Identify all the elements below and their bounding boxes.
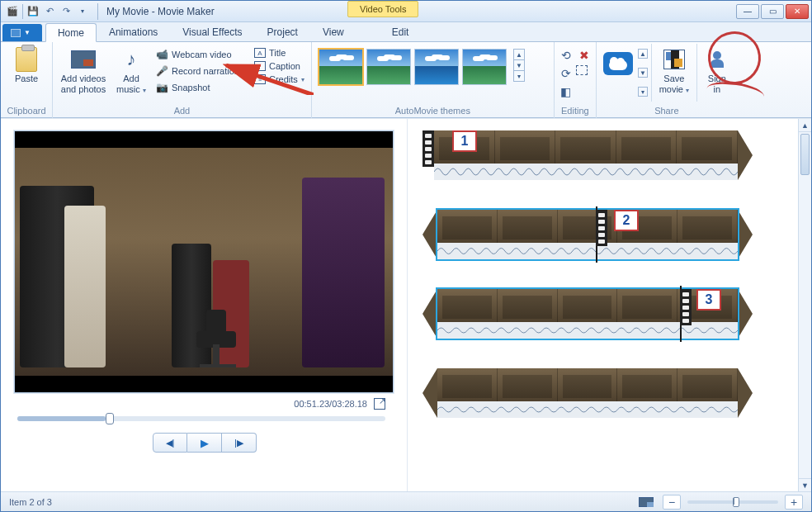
tab-home[interactable]: Home <box>45 23 97 42</box>
caption-icon: A <box>254 61 266 71</box>
group-share: ▲ ▼ ▾ Save movie ▾ Sign in Share <box>597 42 737 118</box>
zoom-out-button[interactable]: − <box>663 495 681 510</box>
tab-visual-effects[interactable]: Visual Effects <box>170 22 254 41</box>
group-label-clipboard: Clipboard <box>4 104 49 118</box>
share-up-icon[interactable]: ▲ <box>638 49 648 59</box>
prev-frame-button[interactable]: ◀| <box>153 433 187 453</box>
rotate-left-icon[interactable]: ⟲ <box>558 47 574 64</box>
play-button[interactable]: ▶ <box>187 433 222 453</box>
group-label-editing: Editing <box>558 104 592 118</box>
film-perforation-icon <box>596 210 607 246</box>
close-button[interactable]: ✕ <box>786 4 809 19</box>
timeline-pane: ▲ ▼ 1 <box>407 119 811 491</box>
timeline-clip[interactable]: 1 <box>423 130 753 190</box>
theme-gallery-scroller[interactable]: ▲ ▼ ▾ <box>513 49 525 81</box>
tab-bar: ▼ Home Animations Visual Effects Project… <box>1 22 811 42</box>
timecode-display: 00:51.23/03:28.18 <box>14 393 395 411</box>
scroll-thumb[interactable] <box>800 134 810 175</box>
scroll-up-icon[interactable]: ▲ <box>799 119 811 132</box>
status-item-text: Item 2 of 3 <box>9 497 52 507</box>
video-preview[interactable] <box>14 130 394 393</box>
file-menu-button[interactable]: ▼ <box>2 24 42 41</box>
zoom-slider[interactable] <box>687 500 778 504</box>
select-all-icon[interactable] <box>576 65 588 75</box>
tab-view[interactable]: View <box>310 22 356 41</box>
tab-project[interactable]: Project <box>255 22 310 41</box>
group-add: Add videos and photos ♪ Add music ▾ 📹Web… <box>53 42 312 118</box>
group-label-share: Share <box>600 104 734 118</box>
rotate-right-icon[interactable]: ⟳ <box>558 65 574 82</box>
share-down-icon[interactable]: ▼ <box>638 68 648 78</box>
camera-icon: 📷 <box>155 81 168 94</box>
credits-button[interactable]: ≡Credits ▾ <box>251 73 308 85</box>
view-thumbnails-icon[interactable] <box>639 497 654 507</box>
seek-slider[interactable] <box>17 416 385 421</box>
delete-icon[interactable]: ✖ <box>576 47 592 64</box>
share-more-icon[interactable]: ▾ <box>638 87 648 97</box>
gallery-more-icon[interactable]: ▾ <box>513 70 525 82</box>
scroll-down-icon[interactable]: ▼ <box>799 478 811 491</box>
theme-thumb-1[interactable] <box>319 49 363 85</box>
title-icon: A <box>254 48 266 58</box>
onedrive-icon[interactable] <box>603 52 633 75</box>
theme-thumb-4[interactable] <box>462 49 507 85</box>
music-note-icon: ♪ <box>118 47 144 72</box>
credits-icon: ≡ <box>254 74 266 84</box>
save-icon[interactable]: 💾 <box>26 5 40 18</box>
film-perforation-icon <box>423 130 434 167</box>
undo-icon[interactable]: ↶ <box>43 5 56 18</box>
app-icon: 🎬 <box>6 5 19 18</box>
timeline-clip[interactable] <box>423 368 753 428</box>
redo-icon[interactable]: ↷ <box>59 5 73 18</box>
microphone-icon: 🎤 <box>155 64 168 78</box>
qat-customize-icon[interactable]: ▾ <box>76 5 89 18</box>
preview-pane: 00:51.23/03:28.18 ◀| ▶ |▶ <box>1 119 407 491</box>
theme-thumb-3[interactable] <box>414 49 459 85</box>
add-videos-button[interactable]: Add videos and photos <box>56 44 111 97</box>
status-bar: Item 2 of 3 − + <box>1 491 811 511</box>
flip-icon[interactable]: ◧ <box>558 83 574 100</box>
timeline-clip[interactable]: 3 <box>423 289 753 348</box>
group-clipboard: Paste Clipboard <box>1 42 53 118</box>
clipboard-icon <box>16 47 37 72</box>
record-narration-button[interactable]: 🎤Record narration ▾ <box>152 64 249 78</box>
quick-access-toolbar: 🎬 💾 ↶ ↷ ▾ <box>1 4 94 19</box>
next-frame-button[interactable]: |▶ <box>222 433 257 453</box>
annotation-marker-2: 2 <box>614 210 639 231</box>
tab-animations[interactable]: Animations <box>97 22 170 41</box>
save-movie-button[interactable]: Save movie ▾ <box>655 44 693 97</box>
add-music-button[interactable]: ♪ Add music ▾ <box>112 44 150 97</box>
group-label-add: Add <box>56 104 308 118</box>
vertical-scrollbar[interactable]: ▲ ▼ <box>798 119 811 491</box>
group-editing: ⟲ ✖ ⟳ ◧ Editing <box>555 42 597 118</box>
theme-thumb-2[interactable] <box>366 49 411 85</box>
webcam-video-button[interactable]: 📹Webcam video <box>152 47 249 62</box>
caption-button[interactable]: ACaption <box>251 60 308 72</box>
snapshot-button[interactable]: 📷Snapshot <box>152 80 249 95</box>
gallery-up-icon[interactable]: ▲ <box>513 49 525 60</box>
video-thumbnail-icon <box>71 50 96 69</box>
window-title: My Movie - Movie Maker <box>106 6 215 17</box>
tab-edit[interactable]: Edit <box>380 22 422 41</box>
paste-button[interactable]: Paste <box>4 44 49 88</box>
film-perforation-icon <box>680 289 692 325</box>
maximize-button[interactable]: ▭ <box>761 4 784 19</box>
zoom-in-button[interactable]: + <box>785 495 803 510</box>
film-reel-icon <box>663 50 685 69</box>
timeline-clip[interactable]: 2 <box>423 210 753 269</box>
gallery-down-icon[interactable]: ▼ <box>513 59 525 71</box>
chevron-down-icon: ▼ <box>24 29 31 36</box>
contextual-tab-header: Video Tools <box>347 1 418 17</box>
sign-in-button[interactable]: Sign in <box>701 44 734 97</box>
file-thumbnail-icon <box>11 29 21 37</box>
minimize-button[interactable]: — <box>736 4 759 19</box>
person-icon <box>709 51 725 68</box>
seek-thumb[interactable] <box>106 413 114 424</box>
annotation-marker-3: 3 <box>696 289 721 311</box>
ribbon: Paste Clipboard Add videos and photos ♪ … <box>1 42 811 118</box>
group-label-themes: AutoMovie themes <box>315 104 550 118</box>
content-area: 00:51.23/03:28.18 ◀| ▶ |▶ ▲ ▼ <box>1 118 811 491</box>
title-button[interactable]: ATitle <box>251 47 308 59</box>
annotation-marker-1: 1 <box>452 130 477 152</box>
fullscreen-icon[interactable] <box>374 398 385 410</box>
